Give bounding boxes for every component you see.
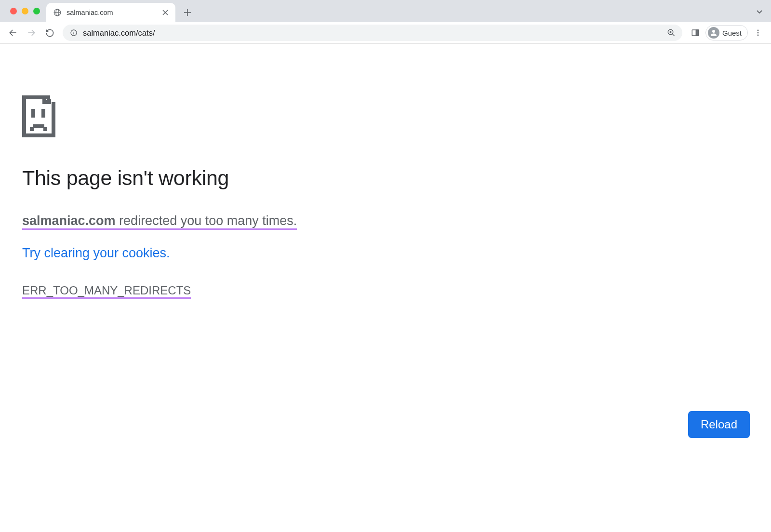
tab-strip: salmaniac.com: [0, 0, 771, 22]
svg-point-22: [758, 35, 759, 36]
svg-rect-29: [47, 99, 51, 104]
menu-button[interactable]: [750, 25, 766, 41]
sad-file-icon: [22, 95, 749, 137]
svg-rect-31: [46, 95, 50, 99]
back-button[interactable]: [5, 25, 21, 41]
error-page-content: This page isn't working salmaniac.com re…: [22, 95, 749, 297]
profile-label: Guest: [722, 29, 742, 37]
error-suggestion: Try clearing your cookies.: [22, 246, 749, 261]
svg-point-20: [758, 30, 759, 31]
svg-rect-33: [41, 109, 45, 118]
error-title: This page isn't working: [22, 166, 749, 190]
globe-icon: [53, 8, 62, 17]
zoom-icon[interactable]: [665, 27, 678, 39]
svg-line-13: [672, 34, 675, 36]
svg-rect-35: [30, 127, 34, 131]
error-message: salmaniac.com redirected you too many ti…: [22, 213, 297, 230]
tab-title: salmaniac.com: [66, 9, 156, 16]
error-message-suffix: redirected you too many times.: [116, 213, 297, 228]
suggestion-dot: .: [166, 246, 170, 260]
avatar-icon: [708, 27, 719, 39]
profile-chip[interactable]: Guest: [705, 25, 748, 40]
tabs-dropdown-button[interactable]: [755, 7, 764, 16]
svg-rect-25: [22, 133, 55, 137]
svg-rect-30: [52, 102, 55, 107]
svg-rect-24: [22, 95, 26, 137]
clear-cookies-link[interactable]: Try clearing your cookies: [22, 246, 166, 260]
error-code: ERR_TOO_MANY_REDIRECTS: [22, 284, 191, 299]
svg-rect-18: [696, 30, 698, 36]
side-panel-button[interactable]: [687, 25, 704, 41]
reload-nav-button[interactable]: [41, 25, 58, 41]
svg-rect-36: [43, 127, 47, 131]
site-info-icon[interactable]: [69, 28, 78, 37]
svg-rect-27: [42, 95, 46, 100]
window-close-button[interactable]: [10, 8, 17, 14]
browser-toolbar: salmaniac.com/cats/ Guest: [0, 22, 771, 44]
svg-rect-26: [52, 104, 55, 137]
svg-point-19: [712, 30, 715, 33]
window-minimize-button[interactable]: [22, 8, 28, 14]
window-maximize-button[interactable]: [33, 8, 40, 14]
reload-button[interactable]: Reload: [688, 411, 750, 438]
svg-rect-34: [33, 124, 44, 128]
error-domain: salmaniac.com: [22, 213, 116, 228]
tab-close-button[interactable]: [161, 8, 170, 17]
new-tab-button[interactable]: [180, 5, 195, 20]
browser-tab[interactable]: salmaniac.com: [46, 3, 175, 22]
svg-rect-32: [31, 109, 35, 118]
traffic-lights: [10, 8, 40, 14]
address-bar[interactable]: salmaniac.com/cats/: [63, 25, 682, 41]
url-text: salmaniac.com/cats/: [83, 28, 660, 38]
svg-point-21: [758, 32, 759, 34]
forward-button[interactable]: [23, 25, 40, 41]
